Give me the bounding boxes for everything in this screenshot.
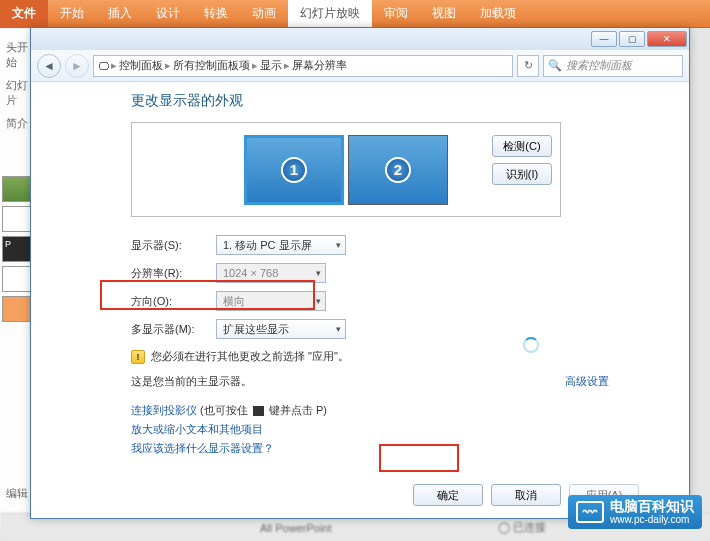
minimize-button[interactable]: — — [591, 31, 617, 47]
multi-label: 多显示器(M): — [131, 322, 206, 337]
ok-button[interactable]: 确定 — [413, 484, 483, 506]
ppt-tab-start[interactable]: 开始 — [48, 0, 96, 27]
ppt-tab-view[interactable]: 视图 — [420, 0, 468, 27]
address-bar[interactable]: 🖵 ▸ 控制面板 ▸ 所有控制面板项 ▸ 显示 ▸ 屏幕分辨率 — [93, 55, 513, 77]
display-label: 显示器(S): — [131, 238, 206, 253]
display-select[interactable]: 1. 移动 PC 显示屏 — [216, 235, 346, 255]
windows-key-icon — [253, 406, 264, 416]
search-icon: 🔍 — [548, 59, 562, 72]
ppt-ribbon: 文件 开始 插入 设计 转换 动画 幻灯片放映 审阅 视图 加载项 — [0, 0, 710, 28]
watermark-url: www.pc-daily.com — [610, 514, 694, 525]
monitor-2[interactable]: 2 — [348, 135, 448, 205]
monitor-preview[interactable]: 1 2 检测(C) 识别(I) — [131, 122, 561, 217]
crumb-all-items[interactable]: 所有控制面板项 — [173, 58, 250, 73]
watermark: 〰 电脑百科知识 www.pc-daily.com — [568, 495, 702, 529]
multi-select[interactable]: 扩展这些显示 — [216, 319, 346, 339]
ppt-tab-insert[interactable]: 插入 — [96, 0, 144, 27]
window-titlebar[interactable]: — ▢ ✕ — [31, 28, 689, 50]
monitor-1[interactable]: 1 — [244, 135, 344, 205]
monitor-2-badge: 2 — [385, 157, 411, 183]
nav-forward-button: ► — [65, 54, 89, 78]
display-settings-window: — ▢ ✕ ◄ ► 🖵 ▸ 控制面板 ▸ 所有控制面板项 ▸ 显示 ▸ 屏幕分辨… — [30, 27, 690, 519]
close-button[interactable]: ✕ — [647, 31, 687, 47]
ppt-editbar: 编辑 — [6, 486, 28, 501]
projector-link[interactable]: 连接到投影仪 (也可按住 键并点击 P) — [131, 403, 669, 418]
ppt-bottom-status: 已连接 — [513, 521, 546, 533]
maximize-button[interactable]: ▢ — [619, 31, 645, 47]
which-display-link[interactable]: 我应该选择什么显示器设置？ — [131, 441, 669, 456]
crumb-control-panel[interactable]: 控制面板 — [119, 58, 163, 73]
orientation-select[interactable]: 横向 — [216, 291, 326, 311]
crumb-resolution: 屏幕分辨率 — [292, 58, 347, 73]
ppt-tab-addin[interactable]: 加载项 — [468, 0, 528, 27]
ppt-tab-review[interactable]: 审阅 — [372, 0, 420, 27]
ppt-tab-file[interactable]: 文件 — [0, 0, 48, 27]
cancel-button[interactable]: 取消 — [491, 484, 561, 506]
content-area: 更改显示器的外观 1 2 检测(C) 识别(I) 显示器(S): 1. 移动 P… — [31, 82, 689, 518]
resolution-label: 分辨率(R): — [131, 266, 206, 281]
loading-spinner-icon — [523, 337, 539, 353]
ppt-tab-transition[interactable]: 转换 — [192, 0, 240, 27]
search-input[interactable]: 🔍 搜索控制面板 — [543, 55, 683, 77]
monitor-icon: 🖵 — [98, 60, 109, 72]
ppt-tab-slideshow[interactable]: 幻灯片放映 — [288, 0, 372, 27]
navbar: ◄ ► 🖵 ▸ 控制面板 ▸ 所有控制面板项 ▸ 显示 ▸ 屏幕分辨率 ↻ 🔍 … — [31, 50, 689, 82]
primary-note: 这是您当前的主显示器。 — [131, 375, 252, 387]
ppt-side-tab2[interactable]: 简介 — [6, 116, 33, 131]
textsize-link[interactable]: 放大或缩小文本和其他项目 — [131, 422, 669, 437]
watermark-title: 电脑百科知识 — [610, 499, 694, 514]
warning-icon: ! — [131, 350, 145, 364]
ppt-bottom-label: All PowerPoint — [260, 522, 332, 534]
monitor-1-badge: 1 — [281, 157, 307, 183]
warning-row: ! 您必须在进行其他更改之前选择 "应用"。 — [131, 349, 669, 364]
advanced-link[interactable]: 高级设置 — [565, 374, 609, 389]
ppt-tab-anim[interactable]: 动画 — [240, 0, 288, 27]
refresh-button[interactable]: ↻ — [517, 55, 539, 77]
page-title: 更改显示器的外观 — [131, 92, 669, 110]
search-placeholder: 搜索控制面板 — [566, 58, 632, 73]
nav-back-button[interactable]: ◄ — [37, 54, 61, 78]
identify-button[interactable]: 识别(I) — [492, 163, 552, 185]
warning-text: 您必须在进行其他更改之前选择 "应用"。 — [151, 349, 349, 364]
orientation-label: 方向(O): — [131, 294, 206, 309]
ppt-tab-design[interactable]: 设计 — [144, 0, 192, 27]
ppt-side-status: 头开始 — [6, 40, 33, 70]
detect-button[interactable]: 检测(C) — [492, 135, 552, 157]
watermark-icon: 〰 — [576, 501, 604, 523]
ppt-side-tab1[interactable]: 幻灯片 — [6, 78, 33, 108]
resolution-select[interactable]: 1024 × 768 — [216, 263, 326, 283]
crumb-display[interactable]: 显示 — [260, 58, 282, 73]
